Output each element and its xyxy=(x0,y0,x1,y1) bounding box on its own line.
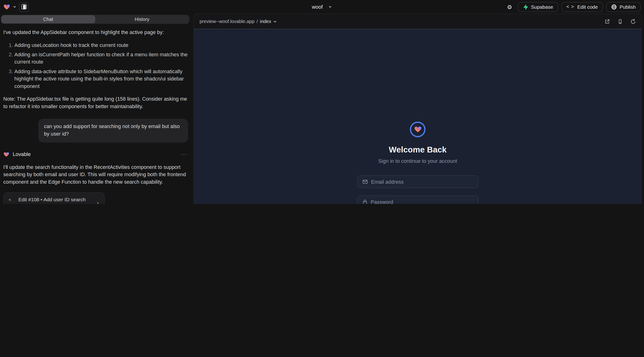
workspace-chevron-down-icon[interactable] xyxy=(13,5,16,9)
lovable-heart-icon xyxy=(3,152,10,158)
password-field-container xyxy=(357,196,478,204)
edit-card-title: Edit #108 • Add user ID search supp... xyxy=(18,196,93,204)
chevron-right-icon xyxy=(96,202,100,204)
assistant-paragraph: I've updated the AppSidebar component to… xyxy=(3,29,188,36)
gear-icon: ⚙ xyxy=(507,4,512,10)
edit-code-button[interactable]: < > Edit code xyxy=(562,2,603,12)
list-item: Adding data-active attribute to SidebarM… xyxy=(14,68,188,90)
edit-code-label: Edit code xyxy=(578,4,598,10)
publish-label: Publish xyxy=(620,4,636,10)
tab-history[interactable]: History xyxy=(95,15,189,24)
assistant-note: Note: The AppSidebar.tsx file is getting… xyxy=(3,96,188,110)
sidebar-toggle-button[interactable] xyxy=(19,2,29,12)
tab-chat[interactable]: Chat xyxy=(1,15,95,24)
project-switcher[interactable]: woof xyxy=(312,4,332,10)
code-icon: < > xyxy=(566,4,574,10)
code-icon: < > xyxy=(9,197,15,204)
supabase-label: Supabase xyxy=(531,4,553,10)
top-bar: woof ⚙ Supabase < > Edit code Publish xyxy=(0,0,644,14)
signin-subtitle: Sign in to continue to your account xyxy=(378,158,457,164)
assistant-message-header: Lovable ··· xyxy=(3,150,188,158)
lovable-logo-heart-icon[interactable] xyxy=(3,4,10,10)
open-in-new-tab-icon[interactable] xyxy=(604,19,610,24)
url-chevron-down-icon xyxy=(273,20,277,23)
password-field[interactable] xyxy=(371,199,474,204)
signin-form: Welcome Back Sign in to continue to your… xyxy=(357,122,478,204)
preview-url: preview--woof.lovable.app xyxy=(200,19,254,24)
edit-code-card[interactable]: < > Edit #108 • Add user ID search supp.… xyxy=(3,192,105,204)
list-item: Adding an isCurrentPath helper function … xyxy=(14,51,188,66)
envelope-icon xyxy=(362,179,368,184)
preview-page: index xyxy=(260,19,271,24)
publish-button[interactable]: Publish xyxy=(606,2,641,12)
preview-toolbar: preview--woof.lovable.app / index xyxy=(194,14,642,29)
supabase-icon xyxy=(523,4,528,10)
message-more-options-icon[interactable]: ··· xyxy=(181,150,188,158)
assistant-name: Lovable xyxy=(13,151,31,158)
url-separator: / xyxy=(256,19,258,24)
panel-left-icon xyxy=(21,4,26,10)
project-name: woof xyxy=(312,4,323,10)
app-heart-icon xyxy=(414,126,422,133)
preview-panel: preview--woof.lovable.app / index xyxy=(194,14,642,204)
email-field[interactable] xyxy=(371,179,473,185)
email-field-container xyxy=(357,176,478,188)
refresh-icon[interactable] xyxy=(630,19,636,24)
globe-icon xyxy=(611,4,617,10)
chat-history-tabs: Chat History xyxy=(1,15,190,24)
edit-card-container: < > Edit #108 • Add user ID search supp.… xyxy=(3,192,105,204)
settings-button[interactable]: ⚙ xyxy=(505,2,514,12)
project-chevron-down-icon xyxy=(328,5,332,9)
user-message-bubble: can you add support for searching not on… xyxy=(38,119,188,142)
list-item: Adding useLocation hook to track the cur… xyxy=(14,42,188,49)
assistant-numbered-list: Adding useLocation hook to track the cur… xyxy=(3,42,188,90)
mobile-view-icon[interactable] xyxy=(618,19,623,24)
chat-messages: I've updated the AppSidebar component to… xyxy=(3,26,188,204)
app-logo xyxy=(410,122,426,137)
preview-iframe-content: Welcome Back Sign in to continue to your… xyxy=(194,29,642,204)
supabase-button[interactable]: Supabase xyxy=(518,2,558,12)
signin-title: Welcome Back xyxy=(389,145,447,154)
app-window: woof ⚙ Supabase < > Edit code Publish xyxy=(0,0,644,204)
lock-icon xyxy=(362,199,368,204)
preview-url-selector[interactable]: preview--woof.lovable.app / index xyxy=(200,19,277,24)
chat-panel: Chat History I've updated the AppSidebar… xyxy=(0,14,191,204)
assistant-paragraph: I'll update the search functionality in … xyxy=(3,164,188,186)
